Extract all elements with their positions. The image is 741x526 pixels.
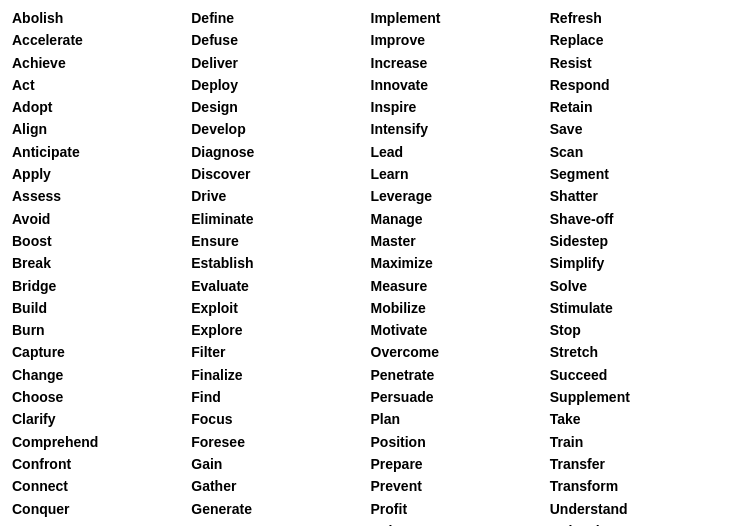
word-item: Define xyxy=(191,8,370,28)
word-item: Scan xyxy=(550,142,729,162)
word-item: Assess xyxy=(12,186,191,206)
word-item: Drive xyxy=(191,186,370,206)
word-item: Capture xyxy=(12,342,191,362)
word-item: Generate xyxy=(191,499,370,519)
word-item: Focus xyxy=(191,409,370,429)
word-item: Unleash xyxy=(550,521,729,526)
word-item: Finalize xyxy=(191,365,370,385)
word-item: Retain xyxy=(550,97,729,117)
word-item: Replace xyxy=(550,30,729,50)
word-item: Abolish xyxy=(12,8,191,28)
word-item: Anticipate xyxy=(12,142,191,162)
word-item: Plan xyxy=(371,409,550,429)
word-item: Transform xyxy=(550,476,729,496)
word-item: Shatter xyxy=(550,186,729,206)
word-item: Design xyxy=(191,97,370,117)
word-item: Measure xyxy=(371,276,550,296)
word-item: Profit xyxy=(371,499,550,519)
word-item: Adopt xyxy=(12,97,191,117)
word-item: Solve xyxy=(550,276,729,296)
word-item: Resist xyxy=(550,53,729,73)
word-item: Save xyxy=(550,119,729,139)
word-item: Develop xyxy=(191,119,370,139)
word-item: Motivate xyxy=(371,320,550,340)
word-item: Convert xyxy=(12,521,191,526)
word-item: Deliver xyxy=(191,53,370,73)
word-item: Change xyxy=(12,365,191,385)
word-item: Exploit xyxy=(191,298,370,318)
column-col1: AbolishAccelerateAchieveActAdoptAlignAnt… xyxy=(12,8,191,526)
word-item: Break xyxy=(12,253,191,273)
word-item: Raise xyxy=(371,521,550,526)
word-item: Take xyxy=(550,409,729,429)
word-item: Avoid xyxy=(12,209,191,229)
word-item: Stop xyxy=(550,320,729,340)
word-item: Eliminate xyxy=(191,209,370,229)
column-col4: RefreshReplaceResistRespondRetainSaveSca… xyxy=(550,8,729,526)
word-item: Gain xyxy=(191,454,370,474)
word-item: Act xyxy=(12,75,191,95)
word-item: Foresee xyxy=(191,432,370,452)
word-item: Train xyxy=(550,432,729,452)
word-item: Learn xyxy=(371,164,550,184)
word-item: Shave-off xyxy=(550,209,729,229)
word-item: Achieve xyxy=(12,53,191,73)
word-item: Stimulate xyxy=(550,298,729,318)
word-item: Clarify xyxy=(12,409,191,429)
word-item: Lead xyxy=(371,142,550,162)
word-item: Sidestep xyxy=(550,231,729,251)
word-item: Stretch xyxy=(550,342,729,362)
word-item: Leverage xyxy=(371,186,550,206)
word-item: Evaluate xyxy=(191,276,370,296)
word-item: Respond xyxy=(550,75,729,95)
word-item: Align xyxy=(12,119,191,139)
word-item: Connect xyxy=(12,476,191,496)
word-item: Gather xyxy=(191,476,370,496)
word-item: Apply xyxy=(12,164,191,184)
word-item: Confront xyxy=(12,454,191,474)
word-item: Bridge xyxy=(12,276,191,296)
word-item: Ensure xyxy=(191,231,370,251)
word-item: Implement xyxy=(371,8,550,28)
word-item: Prepare xyxy=(371,454,550,474)
word-item: Conquer xyxy=(12,499,191,519)
word-item: Segment xyxy=(550,164,729,184)
word-item: Choose xyxy=(12,387,191,407)
word-item: Manage xyxy=(371,209,550,229)
word-item: Transfer xyxy=(550,454,729,474)
word-item: Filter xyxy=(191,342,370,362)
word-item: Build xyxy=(12,298,191,318)
word-item: Intensify xyxy=(371,119,550,139)
word-item: Mobilize xyxy=(371,298,550,318)
word-item: Increase xyxy=(371,53,550,73)
word-item: Innovate xyxy=(371,75,550,95)
word-item: Supplement xyxy=(550,387,729,407)
word-item: Burn xyxy=(12,320,191,340)
word-item: Accelerate xyxy=(12,30,191,50)
column-col3: ImplementImproveIncreaseInnovateInspireI… xyxy=(371,8,550,526)
word-item: Diagnose xyxy=(191,142,370,162)
word-item: Find xyxy=(191,387,370,407)
word-item: Persuade xyxy=(371,387,550,407)
word-item: Simplify xyxy=(550,253,729,273)
word-item: Master xyxy=(371,231,550,251)
word-item: Grasp xyxy=(191,521,370,526)
word-item: Boost xyxy=(12,231,191,251)
word-item: Maximize xyxy=(371,253,550,273)
word-item: Deploy xyxy=(191,75,370,95)
word-item: Understand xyxy=(550,499,729,519)
word-item: Inspire xyxy=(371,97,550,117)
word-item: Explore xyxy=(191,320,370,340)
word-columns: AbolishAccelerateAchieveActAdoptAlignAnt… xyxy=(12,8,729,526)
word-item: Comprehend xyxy=(12,432,191,452)
word-item: Position xyxy=(371,432,550,452)
column-col2: DefineDefuseDeliverDeployDesignDevelopDi… xyxy=(191,8,370,526)
word-item: Penetrate xyxy=(371,365,550,385)
word-item: Defuse xyxy=(191,30,370,50)
word-item: Establish xyxy=(191,253,370,273)
word-item: Refresh xyxy=(550,8,729,28)
word-item: Overcome xyxy=(371,342,550,362)
word-item: Succeed xyxy=(550,365,729,385)
word-item: Improve xyxy=(371,30,550,50)
word-item: Discover xyxy=(191,164,370,184)
